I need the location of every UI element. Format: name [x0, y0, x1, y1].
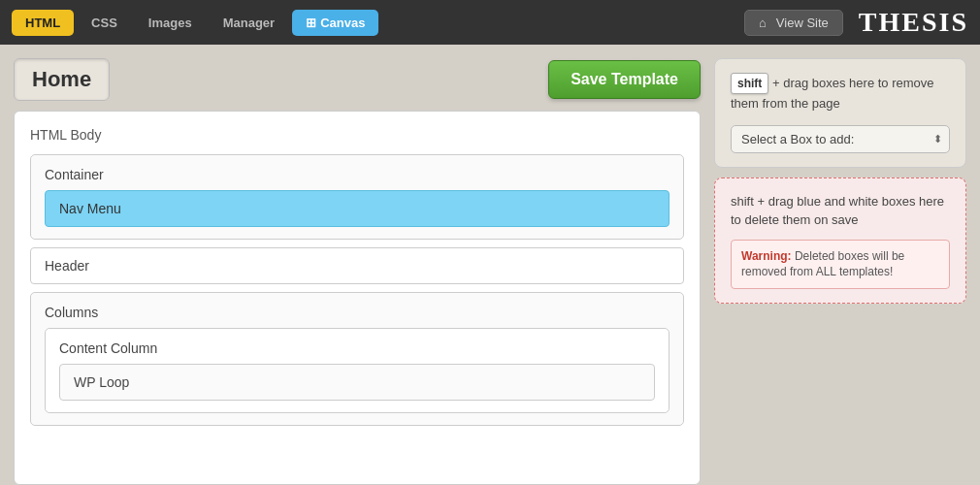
select-box-dropdown[interactable]: Select a Box to add: [731, 125, 950, 153]
page-title-bar: Home Save Template [14, 58, 701, 101]
house-icon [759, 16, 770, 30]
shift-key-1: shift [731, 73, 768, 94]
save-template-button[interactable]: Save Template [548, 60, 701, 99]
delete-hint-text: + drag blue and white boxes here to dele… [731, 194, 944, 228]
canvas-area: HTML Body Container Nav Menu Header Colu… [14, 111, 701, 485]
tab-canvas[interactable]: Canvas [292, 10, 378, 36]
view-site-button[interactable]: View Site [744, 10, 843, 36]
page-title: Home [14, 58, 110, 101]
container-label: Container [45, 167, 670, 182]
warning-label: Warning: [741, 249, 792, 263]
top-nav: HTML CSS Images Manager Canvas View Site… [0, 0, 980, 45]
thesis-logo: THESIS [859, 7, 968, 38]
select-box-row: Select a Box to add: [731, 125, 950, 153]
header-box[interactable]: Header [30, 247, 684, 284]
warning-box: Warning: Deleted boxes will be removed f… [731, 240, 950, 290]
tab-images[interactable]: Images [135, 10, 206, 36]
tab-manager[interactable]: Manager [210, 10, 288, 36]
select-box-wrapper[interactable]: Select a Box to add: [731, 125, 950, 153]
shift-key-2: shift [731, 194, 754, 209]
tab-html[interactable]: HTML [12, 10, 74, 36]
container-box[interactable]: Container Nav Menu [30, 154, 684, 240]
drag-hint-card: shift + drag boxes here to remove them f… [714, 58, 966, 168]
columns-label: Columns [45, 305, 670, 320]
nav-tabs: HTML CSS Images Manager Canvas [12, 10, 378, 36]
content-column-label: Content Column [59, 340, 655, 356]
nav-menu-box[interactable]: Nav Menu [45, 190, 670, 227]
canvas-icon [306, 16, 320, 30]
right-panel: shift + drag boxes here to remove them f… [714, 58, 966, 485]
tab-css[interactable]: CSS [78, 10, 131, 36]
left-panel: Home Save Template HTML Body Container N… [14, 58, 701, 485]
nav-right: View Site THESIS [744, 7, 968, 38]
content-column-box[interactable]: Content Column WP Loop [45, 328, 670, 413]
delete-hint-card: shift + drag blue and white boxes here t… [714, 178, 966, 305]
columns-box[interactable]: Columns Content Column WP Loop [30, 292, 684, 426]
html-body-label: HTML Body [30, 127, 684, 143]
main-area: Home Save Template HTML Body Container N… [0, 45, 980, 485]
wp-loop-box[interactable]: WP Loop [59, 364, 655, 401]
